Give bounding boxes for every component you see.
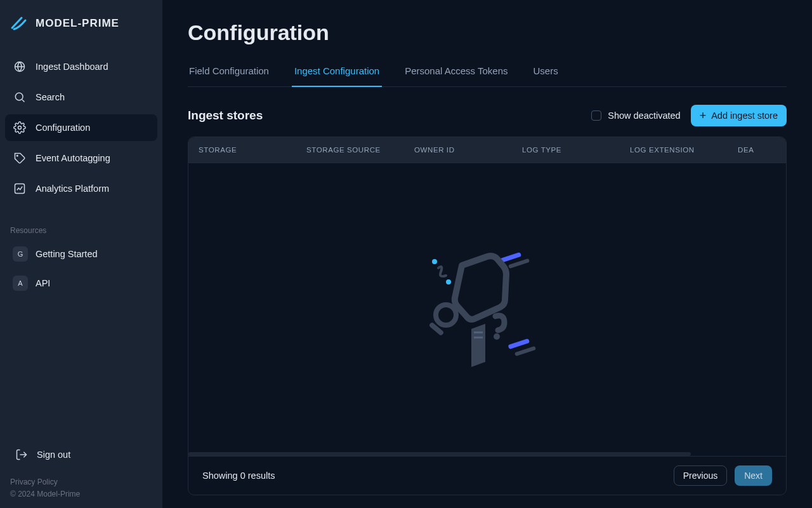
plus-icon: + (700, 110, 707, 121)
show-deactivated-toggle[interactable]: Show deactivated (591, 110, 680, 121)
column-dea[interactable]: DEA (738, 146, 776, 154)
svg-rect-13 (474, 337, 483, 338)
privacy-policy-link[interactable]: Privacy Policy (10, 476, 152, 488)
column-storage-source[interactable]: STORAGE SOURCE (306, 146, 414, 154)
sidebar-item-label: Search (36, 92, 65, 102)
sidebar-item-label: Ingest Dashboard (36, 62, 108, 72)
svg-point-11 (494, 333, 500, 340)
svg-rect-12 (474, 331, 483, 333)
sidebar-section-resources: Resources (0, 206, 162, 241)
tab-users[interactable]: Users (532, 59, 559, 86)
resource-badge: A (13, 276, 28, 291)
primary-nav: Ingest Dashboard Search Configuration (0, 53, 162, 206)
sidebar: MODEL-PRIME Ingest Dashboard Search (0, 0, 162, 508)
column-owner-id[interactable]: OWNER ID (414, 146, 522, 154)
column-storage[interactable]: STORAGE (199, 146, 306, 154)
section-header: Ingest stores Show deactivated + Add ing… (188, 105, 787, 126)
brand-name: MODEL-PRIME (36, 17, 119, 30)
empty-state-illustration-icon (427, 246, 547, 373)
svg-point-2 (18, 126, 22, 130)
tab-ingest-configuration[interactable]: Ingest Configuration (293, 59, 381, 86)
sidebar-item-ingest-dashboard[interactable]: Ingest Dashboard (5, 53, 157, 80)
resource-badge: G (13, 246, 28, 262)
signout-icon (15, 448, 28, 461)
page-title: Configuration (188, 20, 787, 45)
svg-point-8 (446, 279, 451, 284)
chart-icon (13, 182, 27, 196)
table-footer: Showing 0 results Previous Next (188, 456, 786, 495)
svg-point-7 (432, 259, 437, 264)
signout-button[interactable]: Sign out (5, 442, 157, 467)
table-header-row: STORAGE STORAGE SOURCE OWNER ID LOG TYPE… (188, 137, 786, 163)
svg-rect-6 (508, 258, 530, 268)
tag-icon (13, 151, 27, 165)
checkbox-icon (591, 110, 601, 121)
empty-state (188, 163, 786, 456)
copyright-text: © 2024 Model-Prime (10, 488, 152, 500)
add-ingest-store-button[interactable]: + Add ingest store (691, 105, 787, 126)
results-status: Showing 0 results (202, 471, 275, 481)
tab-personal-access-tokens[interactable]: Personal Access Tokens (403, 59, 509, 86)
tab-bar: Field Configuration Ingest Configuration… (188, 59, 787, 87)
section-controls: Show deactivated + Add ingest store (591, 105, 787, 126)
svg-point-9 (436, 305, 456, 325)
sidebar-resource-getting-started[interactable]: G Getting Started (5, 241, 157, 267)
svg-rect-14 (508, 338, 530, 349)
sidebar-item-label: Analytics Platform (36, 184, 109, 194)
sidebar-item-label: Configuration (36, 123, 90, 133)
previous-button[interactable]: Previous (674, 465, 727, 486)
legal-links: Privacy Policy © 2024 Model-Prime (0, 467, 162, 500)
signout-label: Sign out (37, 450, 70, 460)
brand-logo[interactable]: MODEL-PRIME (0, 0, 162, 53)
next-button[interactable]: Next (735, 465, 772, 486)
add-button-label: Add ingest store (711, 110, 778, 121)
gear-icon (13, 121, 27, 135)
svg-point-3 (16, 155, 18, 156)
column-log-extension[interactable]: LOG EXTENSION (630, 146, 738, 154)
ingest-stores-table: STORAGE STORAGE SOURCE OWNER ID LOG TYPE… (188, 137, 787, 495)
column-log-type[interactable]: LOG TYPE (522, 146, 630, 154)
sidebar-item-configuration[interactable]: Configuration (5, 114, 157, 141)
svg-rect-15 (514, 345, 536, 356)
search-icon (13, 90, 27, 104)
resource-label: API (36, 278, 50, 288)
sidebar-item-label: Event Autotagging (36, 153, 110, 163)
sidebar-resource-api[interactable]: A API (5, 271, 157, 296)
svg-point-1 (15, 93, 23, 100)
sidebar-item-analytics-platform[interactable]: Analytics Platform (5, 175, 157, 202)
main-content: Configuration Field Configuration Ingest… (162, 0, 812, 508)
resource-label: Getting Started (36, 249, 98, 259)
pagination: Previous Next (674, 465, 772, 486)
show-deactivated-label: Show deactivated (608, 110, 680, 121)
tab-field-configuration[interactable]: Field Configuration (188, 59, 270, 86)
globe-icon (13, 60, 27, 74)
brand-icon (10, 14, 29, 33)
sidebar-item-event-autotagging[interactable]: Event Autotagging (5, 145, 157, 171)
section-title: Ingest stores (188, 109, 263, 123)
sidebar-item-search[interactable]: Search (5, 84, 157, 110)
